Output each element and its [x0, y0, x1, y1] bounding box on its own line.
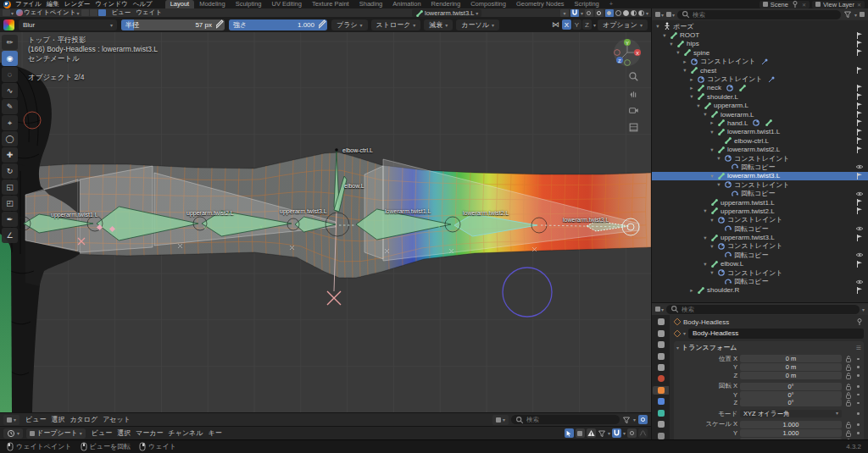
asset-settings-button[interactable] — [638, 415, 648, 424]
symmetry-y-button[interactable]: Y — [572, 19, 581, 30]
popover-カーソル[interactable]: カーソル▾ — [456, 19, 499, 30]
lock-icon[interactable] — [844, 372, 853, 379]
new-collection-button[interactable] — [860, 12, 865, 17]
workspace-tab-rendering[interactable]: Rendering — [426, 0, 466, 8]
flag-icon[interactable] — [855, 40, 864, 48]
snap-toggle[interactable] — [570, 9, 579, 17]
flag-icon[interactable] — [855, 66, 864, 75]
expand-icon[interactable]: ▾ — [702, 235, 709, 241]
value-field[interactable]: 1.000 — [740, 421, 842, 428]
smear-tool[interactable]: ∿ — [2, 83, 18, 98]
outliner-row-ROOT[interactable]: ▾ROOT — [652, 30, 868, 39]
vertex-mask-toggle[interactable] — [90, 9, 97, 16]
flag-icon[interactable] — [855, 136, 864, 145]
snap-dropdown[interactable]: ▾ — [581, 10, 583, 16]
value-field[interactable]: 0 m — [740, 363, 842, 371]
lock-icon[interactable] — [844, 383, 853, 390]
face-mask-toggle[interactable] — [81, 9, 89, 16]
flag-icon[interactable] — [855, 146, 864, 154]
properties-search-input[interactable] — [682, 306, 855, 313]
expand-icon[interactable]: ▾ — [675, 49, 682, 56]
sample-weight-tool[interactable]: ⌖ — [2, 115, 18, 130]
dope-filter-icon[interactable] — [598, 429, 606, 438]
filter-dropdown[interactable]: ▾ — [633, 417, 636, 423]
symmetry-z-button[interactable]: Z — [582, 19, 592, 30]
shading-wireframe-button[interactable] — [615, 10, 621, 16]
outliner-row-upperarm.L[interactable]: ▾upperarm.L — [652, 102, 868, 110]
asset-search[interactable] — [511, 415, 620, 424]
outliner-row-upperarm.twist2.L[interactable]: ▾upperarm.twist2.L — [652, 207, 868, 215]
expand-icon[interactable]: ▸ — [688, 85, 695, 91]
workspace-tab-geometry-nodes[interactable]: Geometry Nodes — [511, 0, 570, 8]
menu-item-レンダー[interactable]: レンダー — [62, 0, 93, 8]
close-icon[interactable]: ✕ — [802, 2, 806, 8]
outliner-row-回転コピー[interactable]: 回転コピー — [652, 224, 868, 233]
menu-item-マーカー[interactable]: マーカー — [133, 428, 165, 438]
circle-select-tool[interactable]: ◯ — [2, 131, 18, 146]
blur-tool[interactable]: ◉ — [2, 51, 18, 66]
draw-tool[interactable]: ✏ — [2, 35, 18, 50]
outliner-row-shoulder.L[interactable]: ▾shoulder.L — [652, 92, 868, 101]
properties-options-chevron[interactable]: ▾ — [862, 307, 865, 312]
value-field[interactable]: 0 m — [740, 355, 842, 362]
hidden-channels-toggle[interactable] — [576, 428, 585, 438]
pivot-dropdown[interactable] — [585, 9, 593, 17]
shading-material-button[interactable] — [631, 10, 637, 16]
properties-tab-render[interactable] — [653, 329, 669, 337]
workspace-tab-texture-paint[interactable]: Texture Paint — [307, 0, 354, 8]
outliner-row-hips[interactable]: ▾hips — [652, 40, 868, 48]
workspace-tab-layout[interactable]: Layout — [165, 0, 195, 8]
workspace-tab-modeling[interactable]: Modeling — [194, 0, 230, 8]
menu-item-ヘルプ[interactable]: ヘルプ — [131, 0, 155, 8]
workspace-tab-sculpting[interactable]: Sculpting — [231, 0, 267, 8]
menu-item-キー[interactable]: キー — [205, 428, 224, 438]
shading-solid-button[interactable] — [623, 10, 629, 16]
outliner-row-elbow-ctrl.L[interactable]: elbow-ctrl.L — [652, 136, 868, 145]
popover-ストローク[interactable]: ストローク▾ — [371, 19, 421, 30]
outliner-row-spine[interactable]: ▾spine — [652, 48, 868, 57]
expand-icon[interactable]: ▾ — [709, 243, 715, 250]
menu-item-ウィンドウ[interactable]: ウィンドウ — [92, 0, 130, 8]
dope-editor-type[interactable]: ▾ — [3, 428, 23, 439]
animate-dot[interactable] — [855, 366, 861, 368]
expand-icon[interactable]: ▾ — [702, 207, 709, 214]
value-field[interactable]: 1.000 — [740, 429, 842, 437]
lock-icon[interactable] — [844, 355, 853, 362]
outliner-row-chest[interactable]: ▾chest — [652, 66, 868, 75]
outliner-row-lowerarm.twist3.L[interactable]: ▾lowerarm.twist3.L — [652, 172, 868, 180]
outliner-row-回転コピー[interactable]: 回転コピー — [652, 163, 868, 171]
symmetry-dropdown[interactable]: ▾ — [593, 22, 596, 28]
expand-icon[interactable]: ▸ — [709, 119, 715, 126]
proportional-edit-toggle[interactable] — [627, 428, 637, 438]
workspace-tab-scripting[interactable]: Scripting — [570, 0, 604, 8]
annotate-tool[interactable]: ✒ — [2, 212, 18, 227]
hide-eye-icon[interactable] — [855, 190, 864, 198]
outliner-row-hand.L[interactable]: ▸hand.L — [652, 119, 868, 127]
view-layer-selector[interactable]: View Layer ✕ — [812, 1, 865, 8]
value-field[interactable]: 0 m — [740, 372, 842, 379]
animate-dot[interactable] — [855, 423, 861, 426]
outliner-row-shoulder.R[interactable]: ▸shoulder.R — [652, 286, 868, 295]
menu-item-編集[interactable]: 編集 — [44, 0, 62, 8]
viewport-canvas[interactable]: Y Y Y ✏◉◌∿✎⌖◯✚↻◱◰✒∠ トップ・平行投影 (166) Body-… — [0, 32, 651, 412]
pin-icon[interactable] — [855, 318, 864, 326]
expand-icon[interactable]: ▾ — [688, 93, 695, 100]
flag-icon[interactable] — [855, 128, 864, 136]
value-field[interactable]: 0° — [740, 399, 842, 406]
active-bone-selector[interactable]: lowerarm.twist3.L ▾ — [412, 9, 481, 17]
flag-icon[interactable] — [855, 102, 864, 110]
options-popover[interactable]: オプション▾ — [598, 19, 648, 30]
rotation-mode-dropdown[interactable]: XYZ オイラー角▾ — [740, 410, 842, 417]
outliner-filter-dropdown[interactable]: ▾ — [666, 12, 675, 18]
menu-item-チャンネル[interactable]: チャンネル — [166, 428, 206, 438]
expand-icon[interactable]: ▾ — [695, 102, 702, 109]
hide-eye-icon[interactable] — [855, 278, 864, 286]
menu-item-ビュー[interactable]: ビュー — [23, 415, 48, 424]
overlays-toggle[interactable] — [605, 9, 614, 17]
menu-item-選択[interactable]: 選択 — [114, 428, 133, 438]
gradient-tool[interactable]: ✎ — [2, 99, 18, 114]
panel-menu-icon[interactable]: ☰ — [856, 345, 861, 351]
outliner-row-コンストレイント[interactable]: ▾コンストレイント — [652, 180, 868, 189]
outliner-row-コンストレイント[interactable]: ▸コンストレイント — [652, 58, 868, 66]
bone-select-toggle[interactable] — [98, 9, 106, 16]
